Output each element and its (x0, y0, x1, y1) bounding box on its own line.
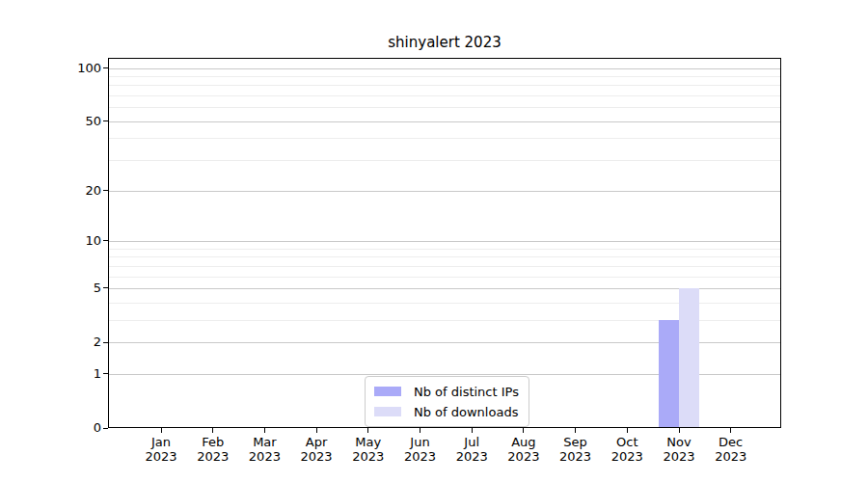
y-tick-label: 1 (36, 366, 101, 382)
legend-swatch-distinct-ips (374, 387, 401, 396)
x-tick-label: Jan2023 (132, 435, 190, 464)
y-tick-mark (103, 373, 108, 374)
x-tick-mark (316, 428, 317, 433)
y-tick-label: 5 (36, 281, 101, 296)
x-tick-mark (264, 428, 265, 433)
chart-figure: shinyalert 2023 Nb of distinct IPs Nb of… (0, 0, 868, 482)
y-tick-mark (103, 190, 108, 191)
x-tick-mark (472, 428, 473, 433)
x-tick-mark (575, 428, 576, 433)
legend-item-distinct-ips: Nb of distinct IPs (374, 383, 519, 400)
chart-title: shinyalert 2023 (108, 34, 781, 51)
y-tick-label: 100 (36, 61, 101, 76)
x-tick-label: Jun2023 (392, 435, 449, 464)
x-tick-label: Mar2023 (235, 435, 293, 464)
bars-layer (109, 59, 780, 427)
y-tick-mark (103, 67, 108, 68)
x-tick-mark (627, 428, 628, 433)
x-tick-label: Apr2023 (287, 435, 345, 464)
y-tick-mark (103, 120, 108, 121)
x-tick-label: Oct2023 (598, 435, 656, 464)
x-tick-mark (367, 428, 368, 433)
y-tick-label: 2 (36, 335, 101, 350)
x-tick-mark (523, 428, 524, 433)
y-tick-mark (103, 287, 108, 288)
x-tick-mark (679, 428, 680, 433)
y-tick-mark (103, 428, 108, 429)
x-tick-label: Feb2023 (184, 435, 242, 464)
x-tick-mark (212, 428, 213, 433)
x-tick-label: Aug2023 (495, 435, 553, 464)
plot-area: Nb of distinct IPs Nb of downloads (108, 58, 781, 428)
legend-label-downloads: Nb of downloads (414, 405, 518, 419)
bar-distinct-ips (659, 320, 679, 427)
x-tick-label: Jul2023 (443, 435, 501, 464)
legend: Nb of distinct IPs Nb of downloads (365, 376, 529, 427)
y-tick-label: 50 (36, 114, 101, 129)
x-tick-label: Nov2023 (650, 435, 708, 464)
legend-swatch-downloads (374, 407, 401, 416)
x-tick-label: Dec2023 (702, 435, 760, 464)
y-tick-label: 10 (36, 233, 101, 249)
bar-downloads (679, 288, 699, 427)
x-tick-mark (420, 428, 420, 433)
y-tick-mark (103, 342, 108, 343)
y-tick-label: 20 (36, 183, 101, 199)
x-tick-label: May2023 (339, 435, 397, 464)
legend-label-distinct-ips: Nb of distinct IPs (414, 385, 519, 399)
y-tick-label: 0 (36, 420, 101, 436)
y-tick-mark (103, 240, 108, 241)
x-tick-mark (161, 428, 162, 433)
x-tick-label: Sep2023 (547, 435, 605, 464)
x-tick-mark (730, 428, 731, 433)
legend-item-downloads: Nb of downloads (374, 403, 519, 420)
